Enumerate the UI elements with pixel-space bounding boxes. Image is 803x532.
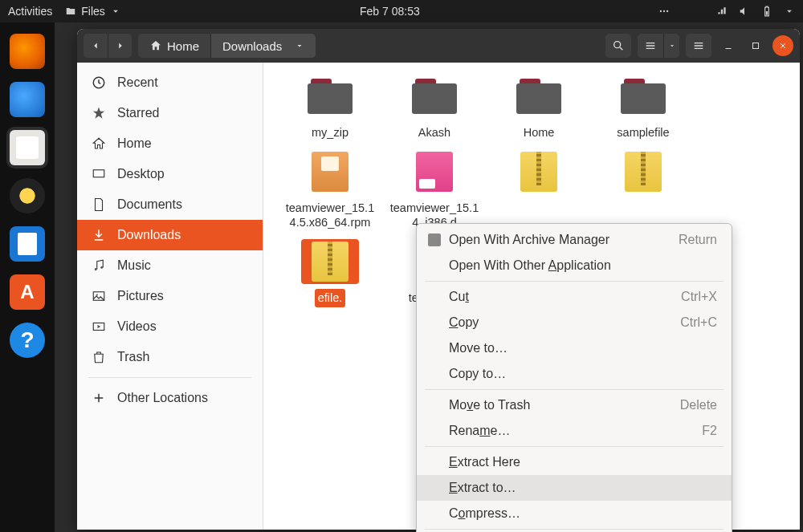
- file-selected-archive[interactable]: efile.: [278, 239, 382, 307]
- menu-copy[interactable]: CopyCtrl+C: [417, 310, 732, 335]
- home-icon: [149, 39, 162, 52]
- dock-thunderbird[interactable]: [6, 79, 48, 120]
- svg-point-0: [660, 10, 662, 12]
- archive-icon: [428, 234, 441, 246]
- music-icon: [92, 258, 106, 273]
- dock-files[interactable]: [6, 127, 48, 169]
- folder-samplefile[interactable]: samplefile: [591, 74, 695, 141]
- chevron-down-icon: [295, 41, 304, 51]
- dock-libreoffice[interactable]: [6, 223, 48, 265]
- sidebar-item-documents[interactable]: Documents: [77, 189, 263, 220]
- breadcrumb-home[interactable]: Home: [138, 34, 210, 58]
- dock: A ?: [0, 22, 55, 532]
- document-icon: [92, 197, 106, 212]
- system-topbar: Activities Files Feb 7 08:53: [0, 0, 803, 22]
- svg-point-7: [95, 268, 97, 270]
- folder-akash[interactable]: Akash: [382, 74, 487, 141]
- sidebar-item-downloads[interactable]: Downloads: [77, 220, 263, 250]
- folder-icon: [65, 6, 76, 17]
- view-toggle[interactable]: [638, 34, 679, 58]
- folder-home[interactable]: Home: [487, 74, 591, 141]
- svg-point-2: [666, 10, 668, 12]
- sidebar-item-videos[interactable]: Videos: [77, 311, 263, 342]
- menu-extract-to[interactable]: Extract to…: [417, 475, 732, 501]
- svg-rect-4: [753, 43, 759, 49]
- menu-move-trash[interactable]: Move to TrashDelete: [417, 392, 732, 418]
- menu-open-archive-manager[interactable]: Open With Archive ManagerReturn: [417, 227, 732, 253]
- battery-icon[interactable]: [761, 6, 772, 17]
- sidebar-item-home[interactable]: Home: [77, 128, 263, 159]
- hamburger-button[interactable]: [686, 34, 711, 58]
- network-icon[interactable]: [716, 6, 728, 17]
- close-button[interactable]: [772, 35, 793, 56]
- context-menu: Open With Archive ManagerReturn Open Wit…: [416, 223, 732, 532]
- desktop-icon: [92, 167, 106, 181]
- menu-copy-to[interactable]: Copy to…: [417, 361, 732, 387]
- svg-point-3: [614, 42, 621, 48]
- sidebar-item-starred[interactable]: Starred: [77, 98, 263, 128]
- home-icon: [92, 136, 106, 151]
- breadcrumb-current[interactable]: Downloads: [210, 34, 316, 58]
- plus-icon: [92, 391, 106, 405]
- file-archive-3[interactable]: [591, 149, 695, 231]
- list-view-button[interactable]: [638, 34, 663, 58]
- sidebar-item-trash[interactable]: Trash: [77, 342, 263, 372]
- svg-point-1: [663, 10, 665, 12]
- clock[interactable]: Feb 7 08:53: [121, 5, 658, 18]
- maximize-button[interactable]: [745, 35, 766, 56]
- menu-open-other[interactable]: Open With Other Application: [417, 253, 732, 278]
- forward-button[interactable]: [108, 34, 132, 58]
- sidebar-item-pictures[interactable]: Pictures: [77, 281, 263, 311]
- video-icon: [92, 319, 106, 334]
- file-teamviewer-rpm[interactable]: teamviewer_15.14.5.x86_64.rpm: [278, 149, 382, 231]
- dock-help[interactable]: ?: [6, 319, 48, 361]
- trash-icon: [92, 350, 106, 364]
- picture-icon: [92, 289, 106, 303]
- download-icon: [92, 228, 106, 242]
- sidebar-item-music[interactable]: Music: [77, 250, 263, 281]
- clock-icon: [92, 75, 106, 90]
- menu-rename[interactable]: Rename…F2: [417, 418, 732, 444]
- dock-firefox[interactable]: [6, 30, 48, 72]
- dock-rhythmbox[interactable]: [6, 175, 48, 217]
- back-button[interactable]: [84, 34, 108, 58]
- chevron-down-icon: [110, 6, 121, 17]
- breadcrumb: Home Downloads: [138, 34, 316, 58]
- menu-compress[interactable]: Compress…: [417, 501, 732, 526]
- app-menu[interactable]: Files: [65, 5, 121, 18]
- menu-cut[interactable]: CutCtrl+X: [417, 284, 732, 310]
- titlebar: Home Downloads: [77, 29, 800, 63]
- view-dropdown[interactable]: [663, 34, 679, 58]
- sidebar-item-desktop[interactable]: Desktop: [77, 159, 263, 189]
- dock-software[interactable]: A: [6, 271, 48, 313]
- menu-move-to[interactable]: Move to…: [417, 335, 732, 361]
- sidebar-item-recent[interactable]: Recent: [77, 67, 263, 98]
- search-button[interactable]: [605, 34, 631, 58]
- minimize-button[interactable]: [718, 35, 739, 56]
- more-icon[interactable]: [658, 6, 670, 17]
- sidebar-other-locations[interactable]: Other Locations: [77, 383, 263, 413]
- file-teamviewer-deb[interactable]: teamviewer_15.14_i386.d: [382, 149, 487, 231]
- file-archive-2[interactable]: [487, 149, 591, 231]
- svg-rect-6: [93, 170, 104, 177]
- sidebar: Recent Starred Home Desktop Documents Do…: [77, 63, 263, 530]
- chevron-down-icon[interactable]: [784, 6, 795, 17]
- menu-extract-here[interactable]: Extract Here: [417, 449, 732, 475]
- volume-icon[interactable]: [739, 6, 750, 17]
- star-icon: [92, 106, 106, 120]
- activities-button[interactable]: Activities: [8, 5, 52, 18]
- svg-point-8: [100, 266, 103, 269]
- folder-my-zip[interactable]: my_zip: [278, 74, 382, 141]
